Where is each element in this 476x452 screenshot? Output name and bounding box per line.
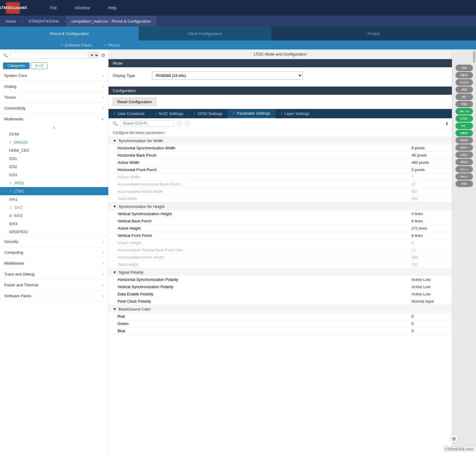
chip-pin-vbat[interactable]: VBAT <box>456 72 473 78</box>
chip-pin-vssa[interactable]: VSSA <box>456 159 473 165</box>
sidebar-section-header-middleware[interactable]: Middleware › <box>0 258 108 269</box>
chip-pin-pc2c[interactable]: PC2_C <box>456 166 473 173</box>
sidebar-section-header-software-packs[interactable]: Software Packs › <box>0 291 108 301</box>
breadcrumb-project[interactable]: competition_main.ioc - Pinout & Configur… <box>66 16 156 27</box>
tab-user-constants[interactable]: ✔ User Constants <box>109 109 150 118</box>
chip-pin-nc[interactable]: NC <box>456 94 473 100</box>
sidebar-item-dma2d[interactable]: ✓ DMA2D <box>0 138 108 146</box>
menu-file[interactable]: File <box>50 5 57 10</box>
sidebar-section-multimedia: Multimedia ∨ ▲ DCMI ✓ DMA2D HDMI_CEC I2S… <box>0 114 108 236</box>
check-icon: ✓ <box>9 140 12 145</box>
sidebar-section-header-connectivity[interactable]: Connectivity › <box>0 103 108 113</box>
sub-tabs: ✓ Software Packs ✓ Pinout <box>0 40 476 49</box>
top-menu: File Window Help <box>50 5 117 10</box>
breadcrumb-device[interactable]: STM32H743XIHx <box>23 16 64 27</box>
logo-box: STM32 CubeMX <box>6 2 20 14</box>
sidebar-section-header-computing[interactable]: Computing › <box>0 247 108 258</box>
display-type-select[interactable]: RGB888 (24 bits) RGB565 (16 bits) ARGB88… <box>152 72 303 80</box>
tab-nvic-settings[interactable]: ✔ NVIC Settings <box>150 109 189 118</box>
chip-pin-pe5[interactable]: PE5 <box>456 86 473 93</box>
sidebar-item-jpeg[interactable]: ✓ JPEG <box>0 179 108 187</box>
tab-layer-settings[interactable]: ✔ Layer Settings <box>276 109 315 118</box>
gear-icon[interactable]: ⚙ <box>101 53 105 58</box>
tab-gpio-settings[interactable]: ✔ GPIO Settings <box>188 109 228 118</box>
param-group-background-color: ▼ BackGround Color Red0 Green0 Blue0 <box>109 305 452 335</box>
sidebar-item-i2s3[interactable]: I2S3 <box>0 171 108 179</box>
breadcrumb-home[interactable]: Home <box>0 16 21 27</box>
tab-atoz[interactable]: A->Z <box>31 62 48 69</box>
search-icon: 🔍 <box>3 53 8 58</box>
tab-clock-config[interactable]: Clock Configuration <box>139 27 271 40</box>
chevron-right-icon: › <box>103 283 104 287</box>
sub-tab-pinout[interactable]: ✓ Pinout <box>104 43 119 47</box>
chip-pin-tmc[interactable]: TMC_A2 <box>456 108 473 115</box>
param-group-header-sync-width[interactable]: ▼ Synchronization for Width <box>109 137 452 145</box>
menu-window[interactable]: Window <box>75 5 90 10</box>
sidebar-item-sai2[interactable]: ⚠ SAI2 <box>0 203 108 212</box>
sub-tab-software-packs[interactable]: ✓ Software Packs <box>60 43 92 47</box>
sidebar-section-timers: Timers › <box>0 92 108 103</box>
reset-config-button[interactable]: Reset Configuration <box>113 98 156 106</box>
display-type-label: Display Type <box>113 73 149 78</box>
tab-pinout-config[interactable]: Pinout & Configuration <box>0 27 139 40</box>
chevron-down-icon: ▼ <box>113 204 117 209</box>
param-group-header-signal-polarity[interactable]: ▼ Signal Polarity <box>109 268 452 276</box>
sidebar-item-hdmi-cec[interactable]: HDMI_CEC <box>0 146 108 154</box>
info-icon-1[interactable]: i <box>177 121 182 126</box>
zoom-in-button[interactable]: ⊕ <box>449 434 458 443</box>
sidebar-section-header-analog[interactable]: Analog › <box>0 81 108 92</box>
chip-pin-nrst[interactable]: NRST <box>456 130 473 136</box>
chip-pin-vss3[interactable]: VSS <box>456 180 473 187</box>
sidebar-item-spdifrx1[interactable]: SPDIFRX1 <box>0 228 108 236</box>
sidebar-section-analog: Analog › <box>0 81 108 92</box>
param-row: Pixel Clock PolarityNormal Input <box>109 298 452 305</box>
param-row: Red0 <box>109 313 452 320</box>
sidebar-section-header-timers[interactable]: Timers › <box>0 92 108 103</box>
sidebar-section-header-multimedia[interactable]: Multimedia ∨ <box>0 114 108 124</box>
sidebar-item-i2s2[interactable]: I2S2 <box>0 163 108 171</box>
sidebar-search-row: 🔍 ▾ ⚙ <box>0 49 108 61</box>
chip-pin-cc[interactable]: CC_ <box>456 123 473 129</box>
chip-pin-ltdc[interactable]: LTDC <box>456 115 473 122</box>
chip-pin-vref-minus[interactable]: VREF- <box>456 151 473 158</box>
param-search-input[interactable] <box>120 120 174 127</box>
sidebar-section-header-power-thermal[interactable]: Power and Thermal › <box>0 280 108 290</box>
param-row: Blue0 <box>109 327 452 335</box>
sidebar-item-sai3[interactable]: ⊘ SAI3 <box>0 212 108 220</box>
sidebar-item-sai1[interactable]: SAI1 <box>0 195 108 203</box>
tab-categories[interactable]: Categories <box>3 62 30 69</box>
mode-section: Display Type RGB888 (24 bits) RGB565 (16… <box>109 67 452 87</box>
param-row: Horizontal Front Porch5 pixels <box>109 166 452 173</box>
chip-pin-vdda[interactable]: VDDA <box>456 137 473 144</box>
sidebar-section-header-system-core[interactable]: System Core › <box>0 70 108 81</box>
chevron-right-icon: › <box>103 272 104 276</box>
sidebar-section-header-security[interactable]: Security › <box>0 236 108 247</box>
info-button[interactable]: ℹ <box>446 121 448 126</box>
param-group-sync-height: ▼ Synchronization for Height Vertical Sy… <box>109 202 452 268</box>
info-icon-2[interactable]: i <box>184 121 190 126</box>
chip-pin-pc15[interactable]: PC15.0 <box>456 79 473 86</box>
scroll-up-arrow[interactable]: ▲ <box>0 124 108 130</box>
chevron-right-icon: › <box>103 73 104 78</box>
chip-pin-vss2[interactable]: VSS <box>456 101 473 107</box>
breadcrumb: Home › STM32H743XIHx › competition_main.… <box>0 16 476 27</box>
search-input[interactable] <box>10 52 87 59</box>
param-group-header-sync-height[interactable]: ▼ Synchronization for Height <box>109 202 452 210</box>
chip-pin-vref-plus[interactable]: VREF+ <box>456 144 473 151</box>
chip-pin-pa0c[interactable]: PA0_C <box>456 173 473 180</box>
tab-project[interactable]: Project <box>271 27 476 40</box>
menu-help[interactable]: Help <box>108 5 117 10</box>
sidebar-item-ltdc[interactable]: ✓ LTDC <box>0 187 108 195</box>
sidebar-item-i2s1[interactable]: I2S1 <box>0 154 108 163</box>
param-group-header-background-color[interactable]: ▼ BackGround Color <box>109 305 452 313</box>
sidebar-item-sai4[interactable]: SAI4 <box>0 220 108 228</box>
config-section: Reset Configuration ✔ User Constants ✔ N… <box>109 95 452 452</box>
tab-parameter-settings[interactable]: ✔ Parameter Settings <box>228 109 275 118</box>
chip-pin-vss[interactable]: VSS <box>456 65 473 71</box>
scrollbar-handle[interactable] <box>473 51 475 63</box>
search-dropdown[interactable]: ▾ <box>88 52 99 59</box>
check-icon: ✔ <box>193 112 196 116</box>
sidebar-item-dcmi[interactable]: DCMI <box>0 130 108 138</box>
param-row: Active Height272 lines <box>109 225 452 232</box>
sidebar-section-header-trace-debug[interactable]: Trace and Debug › <box>0 269 108 279</box>
